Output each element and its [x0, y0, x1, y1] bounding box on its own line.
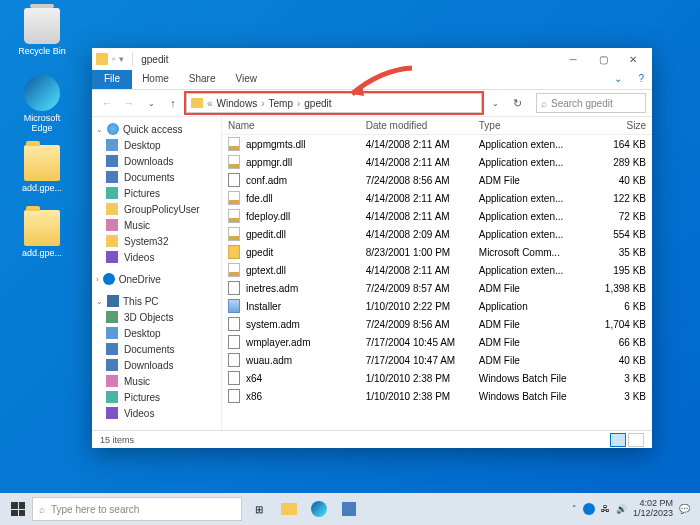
- store-icon: [342, 502, 356, 516]
- start-button[interactable]: [4, 495, 32, 523]
- crumb-overflow[interactable]: «: [207, 98, 213, 109]
- desktop-icon-folder-2[interactable]: add.gpe...: [12, 210, 72, 258]
- maximize-button[interactable]: ▢: [588, 48, 618, 70]
- sidebar-item-3d-objects[interactable]: 3D Objects: [92, 309, 221, 325]
- minimize-button[interactable]: ─: [558, 48, 588, 70]
- network-icon[interactable]: 🖧: [601, 504, 610, 514]
- file-row[interactable]: system.adm7/24/2009 8:56 AMADM File1,704…: [222, 315, 652, 333]
- sidebar-quick-access[interactable]: ⌄Quick access: [92, 121, 221, 137]
- file-row[interactable]: inetres.adm7/24/2009 8:57 AMADM File1,39…: [222, 279, 652, 297]
- taskbar-search-input[interactable]: ⌕ Type here to search: [32, 497, 242, 521]
- search-icon: ⌕: [39, 504, 45, 515]
- system-tray[interactable]: ˄ 🖧 🔊 4:02 PM 1/12/2023 💬: [572, 499, 696, 519]
- chevron-right-icon[interactable]: ›: [261, 98, 264, 109]
- desktop-icon-folder-1[interactable]: add.gpe...: [12, 145, 72, 193]
- navigation-pane[interactable]: ⌄Quick access Desktop Downloads Document…: [92, 117, 222, 430]
- taskbar[interactable]: ⌕ Type here to search ⊞ ˄ 🖧 🔊 4:02 PM 1/…: [0, 493, 700, 525]
- file-row[interactable]: gpedit.dll4/14/2008 2:09 AMApplication e…: [222, 225, 652, 243]
- file-row[interactable]: conf.adm7/24/2008 8:56 AMADM File40 KB: [222, 171, 652, 189]
- sidebar-item-downloads[interactable]: Downloads: [92, 153, 221, 169]
- tab-share[interactable]: Share: [179, 70, 226, 89]
- file-row[interactable]: wuau.adm7/17/2004 10:47 AMADM File40 KB: [222, 351, 652, 369]
- downloads-icon: [106, 155, 118, 167]
- file-row[interactable]: gpedit8/23/2001 1:00 PMMicrosoft Comm...…: [222, 243, 652, 261]
- onedrive-tray-icon[interactable]: [583, 503, 595, 515]
- crumb-windows[interactable]: Windows: [217, 98, 258, 109]
- sidebar-item-documents-pc[interactable]: Documents: [92, 341, 221, 357]
- file-size: 6 KB: [587, 301, 646, 312]
- col-size[interactable]: Size: [587, 120, 646, 131]
- navigation-bar: ← → ⌄ ↑ « Windows › Temp › gpedit ⌄ ↻ ⌕ …: [92, 90, 652, 116]
- sidebar-item-system32[interactable]: System32: [92, 233, 221, 249]
- folder-icon: [24, 145, 60, 181]
- address-dropdown-button[interactable]: ⌄: [486, 94, 504, 112]
- col-date[interactable]: Date modified: [366, 120, 479, 131]
- search-input[interactable]: ⌕ Search gpedit: [536, 93, 646, 113]
- ribbon-expand-button[interactable]: ⌄: [606, 70, 630, 89]
- file-date: 4/14/2008 2:11 AM: [366, 139, 479, 150]
- volume-icon[interactable]: 🔊: [616, 504, 627, 514]
- sidebar-item-music[interactable]: Music: [92, 217, 221, 233]
- details-view-button[interactable]: [610, 433, 626, 447]
- chevron-right-icon[interactable]: ›: [297, 98, 300, 109]
- file-list[interactable]: Name Date modified Type Size appmgmts.dl…: [222, 117, 652, 430]
- titlebar[interactable]: ▫ ▾ gpedit ─ ▢ ✕: [92, 48, 652, 70]
- file-type-icon: [228, 155, 240, 169]
- back-button[interactable]: ←: [98, 94, 116, 112]
- clock[interactable]: 4:02 PM 1/12/2023: [633, 499, 673, 519]
- sidebar-item-grouppolicy[interactable]: GroupPolicyUser: [92, 201, 221, 217]
- sidebar-item-videos[interactable]: Videos: [92, 249, 221, 265]
- file-date: 7/24/2008 8:56 AM: [366, 175, 479, 186]
- tab-home[interactable]: Home: [132, 70, 179, 89]
- file-row[interactable]: x641/10/2010 2:38 PMWindows Batch File3 …: [222, 369, 652, 387]
- file-row[interactable]: appmgmts.dll4/14/2008 2:11 AMApplication…: [222, 135, 652, 153]
- file-row[interactable]: x861/10/2010 2:38 PMWindows Batch File3 …: [222, 387, 652, 405]
- sidebar-item-pictures-pc[interactable]: Pictures: [92, 389, 221, 405]
- file-row[interactable]: gptext.dll4/14/2008 2:11 AMApplication e…: [222, 261, 652, 279]
- file-row[interactable]: fdeploy.dll4/14/2008 2:11 AMApplication …: [222, 207, 652, 225]
- col-name[interactable]: Name: [228, 120, 366, 131]
- documents-icon: [106, 171, 118, 183]
- sidebar-item-downloads-pc[interactable]: Downloads: [92, 357, 221, 373]
- qat-icon[interactable]: ▫: [112, 54, 115, 64]
- sidebar-item-pictures[interactable]: Pictures: [92, 185, 221, 201]
- desktop-icon-edge[interactable]: Microsoft Edge: [12, 75, 72, 133]
- file-size: 195 KB: [587, 265, 646, 276]
- forward-button[interactable]: →: [120, 94, 138, 112]
- file-row[interactable]: fde.dll4/14/2008 2:11 AMApplication exte…: [222, 189, 652, 207]
- notifications-icon[interactable]: 💬: [679, 504, 690, 514]
- task-view-button[interactable]: ⊞: [246, 496, 272, 522]
- tab-view[interactable]: View: [226, 70, 268, 89]
- qat-icon[interactable]: ▾: [119, 54, 124, 64]
- sidebar-item-music-pc[interactable]: Music: [92, 373, 221, 389]
- close-button[interactable]: ✕: [618, 48, 648, 70]
- up-button[interactable]: ↑: [164, 94, 182, 112]
- sidebar-item-documents[interactable]: Documents: [92, 169, 221, 185]
- col-type[interactable]: Type: [479, 120, 587, 131]
- taskbar-store[interactable]: [336, 496, 362, 522]
- sidebar-this-pc[interactable]: ⌄This PC: [92, 293, 221, 309]
- pictures-icon: [106, 187, 118, 199]
- help-button[interactable]: ?: [630, 70, 652, 89]
- taskbar-explorer[interactable]: [276, 496, 302, 522]
- videos-icon: [106, 251, 118, 263]
- taskbar-edge[interactable]: [306, 496, 332, 522]
- refresh-button[interactable]: ↻: [508, 94, 526, 112]
- file-row[interactable]: Installer1/10/2010 2:22 PMApplication6 K…: [222, 297, 652, 315]
- desktop-icon-recycle-bin[interactable]: Recycle Bin: [12, 8, 72, 56]
- file-row[interactable]: appmgr.dll4/14/2008 2:11 AMApplication e…: [222, 153, 652, 171]
- crumb-temp[interactable]: Temp: [268, 98, 292, 109]
- sidebar-item-desktop-pc[interactable]: Desktop: [92, 325, 221, 341]
- recent-button[interactable]: ⌄: [142, 94, 160, 112]
- sidebar-item-videos-pc[interactable]: Videos: [92, 405, 221, 421]
- tab-file[interactable]: File: [92, 70, 132, 89]
- sidebar-item-desktop[interactable]: Desktop: [92, 137, 221, 153]
- crumb-gpedit[interactable]: gpedit: [304, 98, 331, 109]
- file-explorer-window: ▫ ▾ gpedit ─ ▢ ✕ File Home Share View ⌄ …: [92, 48, 652, 448]
- file-row[interactable]: wmplayer.adm7/17/2004 10:45 AMADM File66…: [222, 333, 652, 351]
- address-bar[interactable]: « Windows › Temp › gpedit: [186, 93, 482, 113]
- icons-view-button[interactable]: [628, 433, 644, 447]
- tray-chevron-icon[interactable]: ˄: [572, 504, 577, 514]
- sidebar-onedrive[interactable]: ›OneDrive: [92, 271, 221, 287]
- file-type: ADM File: [479, 337, 587, 348]
